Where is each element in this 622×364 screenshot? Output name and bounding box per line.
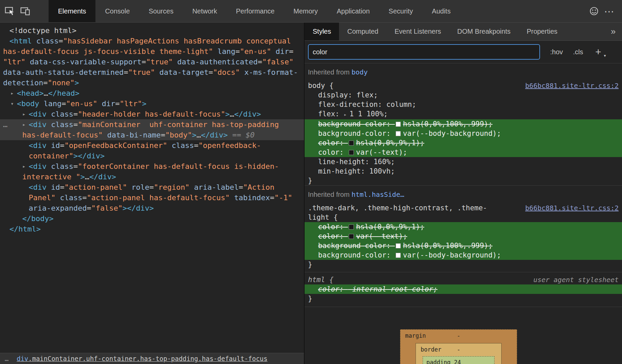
tab-performance[interactable]: Performance [227, 0, 284, 22]
syntax-token: container" [29, 152, 73, 160]
styles-tab-dom-breakpoints[interactable]: DOM Breakpoints [449, 23, 519, 40]
color-swatch[interactable] [349, 224, 354, 230]
inspect-element-icon[interactable] [2, 0, 18, 22]
syntax-token: "true" [128, 68, 155, 77]
box-model-border[interactable]: border - padding 24 [416, 343, 502, 364]
element-classes-button[interactable]: .cls [573, 48, 583, 56]
disclosure-collapsed-icon[interactable]: ▸ [20, 119, 28, 130]
syntax-token: detection [3, 79, 43, 87]
css-selector[interactable]: html { [308, 275, 529, 284]
disclosure-collapsed-icon[interactable]: ▸ [20, 109, 28, 119]
feedback-smiley-icon[interactable] [586, 0, 602, 22]
syntax-token: "ltr" [3, 58, 25, 66]
color-swatch[interactable] [396, 131, 401, 136]
dom-tree-row[interactable]: </body> [0, 213, 304, 224]
syntax-token: aria-expanded [29, 204, 87, 212]
css-declaration[interactable]: background-color: hsla(0,0%,100%,.999); [305, 241, 622, 250]
dom-tree-row[interactable]: detection="none"> [0, 78, 304, 88]
color-swatch[interactable] [349, 150, 354, 155]
css-declaration[interactable]: color: -internal-root-color; [305, 284, 622, 294]
css-declaration[interactable]: flex-direction: column; [305, 100, 622, 109]
dom-code-line: <div id="openFeedbackContainer" class="o… [0, 141, 261, 150]
margin-top-value[interactable]: - [457, 332, 460, 339]
css-declaration[interactable]: flex: ▸1 1 100%; [305, 109, 622, 119]
tab-security[interactable]: Security [379, 0, 422, 22]
tab-sources[interactable]: Sources [139, 0, 183, 22]
new-style-rule-button[interactable]: +▾ [595, 47, 601, 57]
dom-tree-row[interactable]: <html class="hasSidebar hasPageActions h… [0, 36, 304, 46]
box-model-padding[interactable]: padding 24 [423, 356, 494, 364]
color-swatch[interactable] [349, 141, 354, 146]
syntax-token: = [235, 47, 240, 56]
syntax-token: </div> [201, 131, 228, 139]
dom-tree-row[interactable]: …▸<div class="mainContainer uhf-containe… [0, 119, 304, 130]
inherited-from-target[interactable]: html.hasSide… [351, 190, 404, 199]
styles-tab-properties[interactable]: Properties [518, 23, 565, 40]
css-declaration[interactable]: background-color: var(--body-background)… [305, 250, 622, 260]
tab-memory[interactable]: Memory [284, 0, 327, 22]
dom-tree-row[interactable]: "ltr" data-css-variable-support="true" d… [0, 57, 304, 67]
syntax-token: data-target [160, 68, 209, 77]
css-declaration[interactable]: color: var(--text); [305, 148, 622, 157]
dom-tree-row[interactable]: has-default-focus" data-bi-name="body">…… [0, 130, 304, 140]
breadcrumb-selected-element[interactable]: div.mainContainer.uhf-container.has-top-… [17, 355, 267, 362]
box-model-margin[interactable]: margin - border - padding 24 [400, 329, 517, 364]
dom-tree-row[interactable]: data-auth-status-determined="true" data-… [0, 67, 304, 78]
border-top-value[interactable]: - [457, 346, 460, 353]
dom-tree-row[interactable]: ▸<div class="header-holder has-default-f… [0, 109, 304, 119]
styles-tab-computed[interactable]: Computed [339, 23, 386, 40]
syntax-token [47, 141, 51, 150]
styles-tab-event-listeners[interactable]: Event Listeners [387, 23, 449, 40]
tab-network[interactable]: Network [183, 0, 226, 22]
styles-tab-styles[interactable]: Styles [305, 23, 339, 40]
dom-tree-row[interactable]: <!doctype html> [0, 25, 304, 36]
css-declaration[interactable]: background-color: var(--body-background)… [305, 129, 622, 138]
dom-tree-row[interactable]: </html> [0, 224, 304, 234]
tab-console[interactable]: Console [95, 0, 139, 22]
tab-elements[interactable]: Elements [49, 0, 95, 22]
stylesheet-link[interactable]: b66bc881.site-ltr.css:2 [525, 81, 619, 90]
css-selector[interactable]: .theme-dark, .theme-high-contrast, .them… [308, 203, 520, 222]
more-menu-icon[interactable]: ⋯ [602, 0, 617, 22]
color-swatch[interactable] [349, 234, 354, 239]
css-declaration[interactable]: background-color: hsla(0,0%,100%,.999); [305, 119, 622, 129]
color-swatch[interactable] [396, 122, 401, 127]
breadcrumb-overflow-icon[interactable]: … [5, 355, 8, 362]
syntax-token: class [60, 193, 82, 202]
dom-tree-row[interactable]: ▸<div class="footerContainer has-default… [0, 161, 304, 172]
dom-tree-row[interactable]: interactive ">…</div> [0, 172, 304, 182]
css-declaration[interactable]: line-height: 160%; [305, 157, 622, 166]
color-swatch[interactable] [396, 243, 401, 248]
inherited-from-target[interactable]: body [351, 68, 368, 76]
css-declaration[interactable]: color: hsla(0,0%,9%,1); [305, 138, 622, 148]
disclosure-collapsed-icon[interactable]: ▸ [20, 161, 28, 172]
dom-tree-row[interactable]: ▸<head>…</head> [0, 88, 304, 98]
tab-overflow-chevrons-icon[interactable]: » [604, 23, 622, 40]
dom-tree-row[interactable]: ▾<body lang="en-us" dir="ltr"> [0, 98, 304, 109]
inherited-from-label: Inherited from [308, 68, 351, 76]
dom-tree-row[interactable]: <div id="openFeedbackContainer" class="o… [0, 140, 304, 151]
css-declaration[interactable]: color: hsla(0,0%,9%,1); [305, 222, 622, 232]
tab-audits[interactable]: Audits [422, 0, 460, 22]
color-swatch[interactable] [396, 253, 401, 258]
device-toolbar-icon[interactable] [18, 0, 33, 22]
dom-tree-row[interactable]: Panel" class="action-panel has-default-f… [0, 192, 304, 203]
toggle-element-state-button[interactable]: :hov [550, 48, 563, 56]
padding-top-value[interactable]: 24 [454, 359, 461, 364]
dom-tree-row[interactable]: <div id="action-panel" role="region" ari… [0, 182, 304, 192]
css-declaration[interactable]: display: flex; [305, 90, 622, 100]
css-declaration[interactable]: min-height: 100vh; [305, 166, 622, 176]
syntax-token: "false" [262, 58, 293, 66]
expand-shorthand-icon[interactable]: ▸ [344, 112, 347, 118]
disclosure-expanded-icon[interactable]: ▾ [8, 98, 16, 109]
tab-application[interactable]: Application [327, 0, 379, 22]
dom-tree-row[interactable]: aria-expanded="false"></div> [0, 203, 304, 213]
css-declaration[interactable]: color: var(--text); [305, 232, 622, 241]
styles-filter-input[interactable] [308, 44, 540, 60]
css-selector[interactable]: body { [308, 81, 520, 90]
dom-tree-row[interactable]: container"></div> [0, 151, 304, 161]
dom-tree-row[interactable]: has-default-focus js-focus-visible theme… [0, 46, 304, 57]
css-property-value: flex [357, 91, 374, 99]
disclosure-collapsed-icon[interactable]: ▸ [8, 88, 16, 98]
stylesheet-link[interactable]: b66bc881.site-ltr.css:2 [525, 203, 619, 213]
